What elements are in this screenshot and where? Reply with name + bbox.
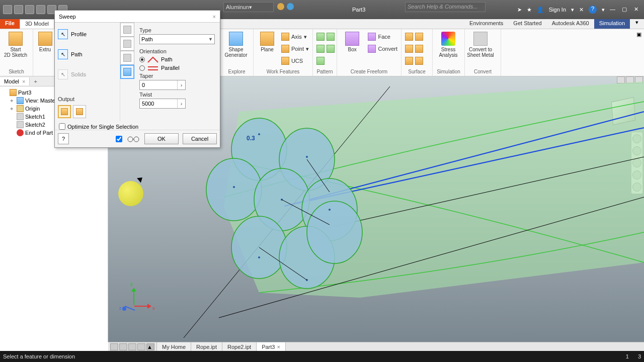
ribbon-toggle-icon[interactable]: ▾ [630, 19, 644, 29]
box-button[interactable]: Box [339, 30, 365, 52]
panel-label: Sketch [0, 68, 33, 76]
plane-button[interactable]: Plane [256, 30, 279, 52]
doc-tab-rope[interactable]: Rope.ipt [191, 342, 222, 351]
close-icon[interactable]: × [22, 78, 25, 84]
doc-tab-rope2[interactable]: Rope2.ipt [222, 342, 257, 351]
type-combo[interactable]: Path▼ [139, 34, 215, 44]
favorite-icon[interactable]: ★ [527, 7, 532, 13]
close-button[interactable]: ✕ [634, 6, 641, 13]
output-label: Output [58, 96, 117, 102]
tab-3dmodel[interactable]: 3D Model [20, 19, 54, 29]
stress-analysis-button[interactable]: StressAnalysis [435, 30, 462, 58]
pattern-rect-button[interactable] [315, 31, 336, 42]
orientation-label: Orientation [139, 48, 215, 54]
tab-file[interactable]: File [0, 19, 20, 29]
shape-generator-button[interactable]: ShapeGenerator [222, 30, 250, 58]
ok-button[interactable]: OK [144, 133, 179, 144]
orientation-path-radio[interactable]: Path [139, 56, 215, 63]
arrow-icon: ↖ [58, 69, 68, 79]
select-path-row[interactable]: ↖Path [58, 46, 117, 63]
svg-point-12 [307, 201, 362, 263]
output-solid-button[interactable] [58, 105, 71, 118]
pattern-mirror-button[interactable] [315, 55, 336, 66]
spinner-arrow-icon[interactable]: › [177, 80, 185, 89]
start-2d-sketch-button[interactable]: Start2D Sketch [2, 30, 29, 58]
redo-icon[interactable] [36, 5, 45, 14]
undo-icon[interactable] [25, 5, 34, 14]
minimize-button[interactable]: — [610, 6, 617, 13]
browser-new-tab[interactable]: + [30, 77, 41, 85]
twist-input[interactable]: 5000› [139, 99, 186, 109]
extrude-button[interactable]: Extru [35, 30, 55, 52]
select-profile-row[interactable]: ↖Profile [58, 26, 117, 43]
view-menu-icon[interactable]: ▲ [146, 343, 154, 350]
doc-tab-part3[interactable]: Part3× [257, 342, 286, 351]
maximize-button[interactable]: ▢ [622, 6, 629, 13]
svg-point-13 [258, 133, 260, 135]
save-icon[interactable] [14, 5, 23, 14]
face-button[interactable]: Face [366, 31, 399, 42]
app-icon[interactable] [3, 5, 12, 14]
svg-point-7 [206, 158, 262, 221]
ribbon-expand-icon[interactable]: ▣ [634, 29, 644, 76]
spinner-arrow-icon[interactable]: › [177, 99, 185, 108]
svg-point-18 [258, 256, 260, 258]
doc-tab-home[interactable]: My Home [157, 342, 191, 351]
mode-preview-button[interactable] [120, 65, 134, 79]
document-tabs: ▲ My Home Rope.ipt Rope2.ipt Part3× [108, 342, 644, 351]
tab-getstarted[interactable]: Get Started [508, 19, 546, 29]
dialog-close-button[interactable]: × [213, 14, 216, 20]
appearance-swatch-icon[interactable] [287, 3, 294, 10]
point-button[interactable]: Point ▾ [280, 43, 310, 54]
pattern-circ-button[interactable] [315, 43, 336, 54]
ucs-button[interactable]: UCS [280, 55, 310, 66]
convert-sheetmetal-button[interactable]: Convert toSheet Metal [467, 30, 494, 58]
close-icon[interactable]: × [277, 344, 280, 350]
appearance-swatch-icon[interactable] [277, 3, 284, 10]
optimize-single-checkbox[interactable]: Optimize for Single Selection [59, 123, 216, 130]
search-go-icon[interactable]: ➤ [517, 7, 522, 13]
mode-surface-button[interactable] [120, 51, 134, 65]
exchange-icon[interactable]: ✕ [579, 7, 584, 13]
chevron-down-icon: ▼ [208, 37, 213, 42]
surface-tool-button[interactable] [404, 43, 425, 54]
twist-label: Twist [139, 92, 215, 98]
svg-point-24 [134, 137, 139, 142]
dimension-label[interactable]: 0.3 [247, 135, 255, 142]
preview-glasses-icon [126, 134, 140, 143]
signin-link[interactable]: Sign In [549, 7, 566, 13]
convert-button[interactable]: Convert [366, 43, 399, 54]
surface-tool-button[interactable] [404, 31, 425, 42]
surface-tool-button[interactable] [404, 55, 425, 66]
help-icon[interactable]: ? [589, 6, 597, 14]
dialog-title: Sweep [59, 14, 76, 20]
axis-button[interactable]: Axis ▾ [280, 31, 310, 42]
mode-guide-button[interactable] [120, 37, 134, 51]
status-bar: Select a feature or dimension 13 [0, 351, 644, 362]
click-highlight [118, 181, 143, 206]
user-icon[interactable]: 👤 [537, 7, 544, 13]
view-mode-icon[interactable] [128, 343, 136, 350]
help-search-input[interactable]: Search Help & Commands... [405, 2, 486, 12]
select-solids-row[interactable]: ↖Solids [58, 66, 117, 83]
mode-path-button[interactable] [120, 23, 134, 37]
status-page-total: 3 [638, 353, 641, 359]
svg-point-17 [329, 209, 331, 211]
material-combo[interactable]: Aluminun▾ [223, 2, 274, 12]
arrow-icon: ↖ [58, 49, 68, 59]
dialog-help-button[interactable]: ? [58, 133, 69, 144]
view-mode-icon[interactable] [137, 343, 145, 350]
tab-simulation[interactable]: Simulation [594, 19, 630, 29]
view-mode-icon[interactable] [110, 343, 118, 350]
preview-checkbox[interactable] [116, 136, 122, 142]
taper-input[interactable]: 0› [139, 80, 186, 90]
status-page-current: 1 [626, 353, 629, 359]
view-mode-icon[interactable] [119, 343, 127, 350]
tab-a360[interactable]: Autodesk A360 [547, 19, 594, 29]
browser-tab-model[interactable]: Model× [0, 77, 30, 85]
taper-label: Taper [139, 73, 215, 79]
orientation-parallel-radio[interactable]: Parallel [139, 64, 215, 71]
cancel-button[interactable]: Cancel [183, 133, 217, 144]
tab-environments[interactable]: Environments [464, 19, 508, 29]
output-surface-button[interactable] [73, 105, 86, 118]
